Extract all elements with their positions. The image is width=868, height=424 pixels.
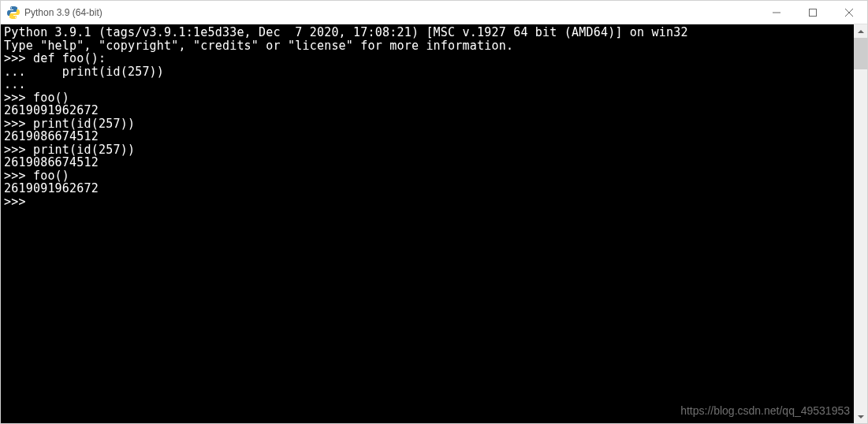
terminal-line: >>> def foo():	[4, 52, 851, 65]
terminal-line: 2619086674512	[4, 156, 851, 169]
terminal-line: 2619091962672	[4, 182, 851, 195]
terminal-area: Python 3.9.1 (tags/v3.9.1:1e5d33e, Dec 7…	[1, 24, 867, 423]
scroll-track[interactable]	[854, 38, 867, 410]
terminal-line: >>> print(id(257))	[4, 143, 851, 157]
terminal-line: >>> foo()	[4, 91, 851, 105]
terminal-content[interactable]: Python 3.9.1 (tags/v3.9.1:1e5d33e, Dec 7…	[1, 24, 854, 423]
terminal-line: >>>	[4, 195, 851, 209]
terminal-line: ...	[4, 78, 851, 91]
python-icon	[7, 6, 20, 19]
maximize-button[interactable]	[795, 1, 831, 24]
scroll-thumb[interactable]	[854, 38, 867, 69]
terminal-line: Type "help", "copyright", "credits" or "…	[4, 39, 851, 53]
terminal-line: >>> print(id(257))	[4, 117, 851, 131]
application-window: Python 3.9 (64-bit) Python 3.9.1 (tags/v…	[0, 0, 868, 424]
window-controls	[758, 1, 867, 24]
terminal-line: 2619086674512	[4, 130, 851, 143]
scroll-down-arrow[interactable]	[854, 410, 867, 423]
svg-rect-1	[810, 9, 817, 16]
vertical-scrollbar[interactable]	[854, 24, 867, 423]
terminal-line: 2619091962672	[4, 104, 851, 117]
terminal-line: >>> foo()	[4, 169, 851, 183]
close-button[interactable]	[831, 1, 867, 24]
titlebar[interactable]: Python 3.9 (64-bit)	[1, 1, 867, 24]
terminal-line: Python 3.9.1 (tags/v3.9.1:1e5d33e, Dec 7…	[4, 26, 851, 39]
scroll-up-arrow[interactable]	[854, 24, 867, 38]
window-title: Python 3.9 (64-bit)	[24, 7, 758, 18]
minimize-button[interactable]	[758, 1, 795, 24]
svg-marker-4	[858, 30, 864, 33]
svg-marker-5	[858, 415, 864, 418]
terminal-line: ... print(id(257))	[4, 65, 851, 79]
